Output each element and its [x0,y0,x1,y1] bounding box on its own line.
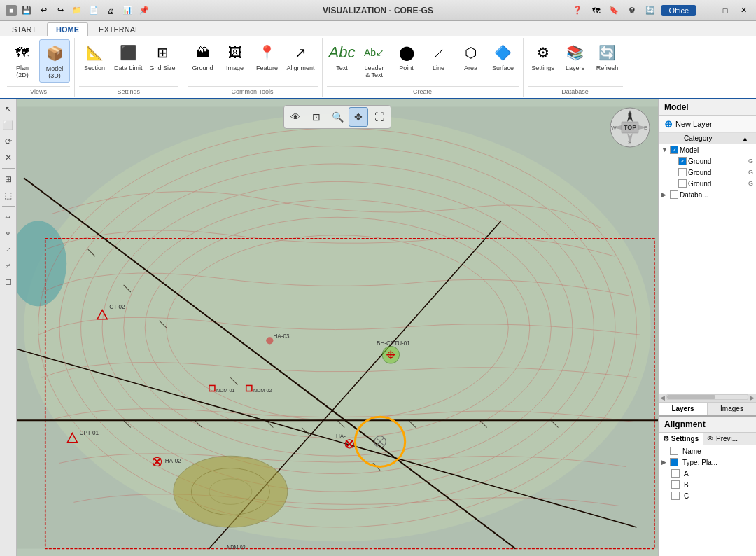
svg-text:CT-02: CT-02 [109,304,125,310]
db-settings-button[interactable]: ⚙ Settings [528,39,559,74]
align-row-a[interactable]: A [659,468,756,479]
expand-db[interactable]: ▶ [662,191,668,198]
settings-title-button[interactable]: ⚙ [625,4,639,18]
layer-tool[interactable]: ⬚ [1,188,15,202]
print-button[interactable]: 🖨 [104,4,118,18]
plan-2d-button[interactable]: 🗺 Plan(2D) [7,39,38,81]
new-layer-button[interactable]: ⊕ New Layer [659,116,756,133]
surface-button[interactable]: 🔷 Surface [488,39,519,74]
grid-size-label: Grid Size [150,65,176,72]
svg-text:NDM-03: NDM-03 [227,545,246,550]
new-button[interactable]: 📄 [87,4,101,18]
close-button[interactable]: ✕ [736,4,750,18]
align-row-b[interactable]: B [659,479,756,490]
fullscreen-button[interactable]: ⛶ [370,107,389,127]
line-button[interactable]: ⟋ Line [424,39,454,74]
area-button[interactable]: ⬡ Area [456,39,486,74]
alignment-settings-tab[interactable]: ⚙ ⚙ Settings Settings [659,433,703,445]
view-button[interactable]: 👁 [286,107,305,127]
tree-ground-1[interactable]: ✓ Ground G [659,155,756,167]
align-type-group[interactable]: ▶ Type: Pla... [659,457,756,468]
data-limit-icon: ⬛ [117,41,139,64]
text-button[interactable]: Abc Text [327,39,358,74]
grid-size-button[interactable]: ⊞ Grid Size [147,39,178,74]
section-button[interactable]: 📐 Section [79,39,110,74]
refresh-button[interactable]: 🔄 Refresh [592,39,623,74]
alignment-tree: Name ▶ Type: Pla... A B [659,445,756,556]
image-button[interactable]: 🖼 Image [220,39,251,74]
grid-tool[interactable]: ⊞ [1,172,15,186]
maximize-button[interactable]: □ [718,4,732,18]
tab-home[interactable]: HOME [47,22,88,36]
layer-tree: ▼ ✓ Model ✓ Ground G Ground G [659,144,756,394]
layers-button[interactable]: 📚 Layers [560,39,591,74]
office-button[interactable]: Office [662,5,696,16]
measure-tool[interactable]: ↔ [1,210,15,224]
window-tool[interactable]: ⬜ [1,118,15,132]
minimize-button[interactable]: ─ [700,4,714,18]
open-button[interactable]: 📁 [70,4,84,18]
scroll-left[interactable]: ◀ [660,394,665,401]
check-a[interactable] [671,469,680,478]
align-row-c[interactable]: C [659,490,756,501]
check-g1[interactable]: ✓ [678,157,687,165]
select-tool[interactable]: ↖ [1,102,15,116]
refresh-title-button[interactable]: 🔄 [643,4,657,18]
zoom-in-button[interactable]: 🔍 [328,107,347,127]
check-model[interactable]: ✓ [670,146,678,154]
svg-text:CPT-01: CPT-01 [80,430,99,436]
target-tool[interactable]: ⌖ [1,226,15,240]
database-group-label: Database [528,86,623,95]
feature-button[interactable]: 📍 Feature [252,39,283,74]
line-tool[interactable]: ⟋ [1,242,15,256]
images-tab[interactable]: Images [708,403,756,415]
check-type[interactable] [670,458,678,466]
scroll-right[interactable]: ▶ [750,394,755,401]
redo-button[interactable]: ↪ [53,4,67,18]
expand-model[interactable]: ▼ [662,146,668,153]
line-label: Line [433,65,444,72]
tab-start[interactable]: START [3,22,46,36]
zoom-extent-button[interactable]: ⊡ [307,107,326,127]
tab-external[interactable]: EXTERNAL [90,22,148,36]
tree-model-group[interactable]: ▼ ✓ Model [659,144,756,155]
section-label: Section [84,65,105,72]
undo-button[interactable]: ↩ [36,4,50,18]
expand-type[interactable]: ▶ [662,459,668,466]
rect-tool[interactable]: ◻ [1,274,15,289]
model-3d-button[interactable]: 📦 Model(3D) [39,39,70,83]
check-c[interactable] [671,492,680,500]
map-area[interactable]: CT-02 HA-03 BH-CPTU-01 NDM-01 NDM-02 CPT… [17,99,658,556]
check-g3[interactable] [678,179,687,188]
rotate-tool[interactable]: ⟳ [1,134,15,148]
sort-arrow[interactable]: ▲ [742,135,753,142]
check-name[interactable] [670,447,678,455]
point-button[interactable]: ⬤ Point [391,39,422,74]
area-icon: ⬡ [460,41,482,64]
map-button[interactable]: 🗺 [589,4,603,18]
chart-button[interactable]: 📊 [120,4,134,18]
ground-button[interactable]: 🏔 Ground [188,39,218,74]
alignment-label: Alignment [287,65,315,72]
data-limit-button[interactable]: ⬛ Data Limit [111,39,146,74]
leader-text-button[interactable]: Ab↙ Leader& Text [359,39,390,81]
pin-button[interactable]: 📌 [137,4,151,18]
alignment-preview-tab[interactable]: 👁 Previ... [703,433,742,445]
close-tool[interactable]: ✕ [1,151,15,165]
pan-button[interactable]: ✥ [349,107,368,127]
tree-ground-2[interactable]: Ground G [659,167,756,178]
alignment-button[interactable]: ↗ Alignment [284,39,318,74]
save-button[interactable]: 💾 [20,4,34,18]
check-g2[interactable] [678,168,687,176]
help-button[interactable]: ❓ [570,4,584,18]
check-db[interactable] [670,190,678,199]
scroll-thumb[interactable] [667,395,715,399]
tree-ground-3[interactable]: Ground G [659,178,756,189]
layers-tab[interactable]: Layers [659,403,708,415]
layer-tree-header: Category ▲ [659,133,756,144]
bookmark-button[interactable]: 🔖 [607,4,621,18]
edit-tool[interactable]: ⌿ [1,258,15,272]
tree-database-group[interactable]: ▶ Databa... [659,189,756,200]
db-settings-icon: ⚙ [532,41,554,64]
check-b[interactable] [671,480,680,489]
